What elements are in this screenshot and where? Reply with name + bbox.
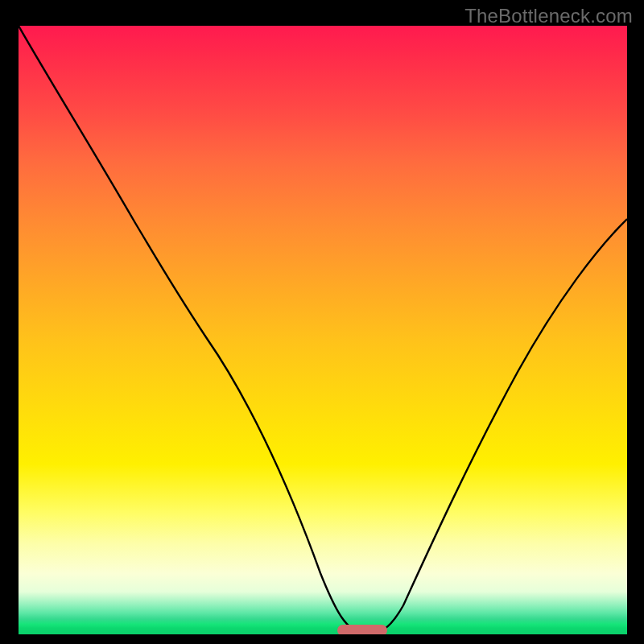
curve-path <box>19 26 627 633</box>
optimal-marker <box>337 625 387 634</box>
chart-frame: TheBottleneck.com <box>0 0 644 644</box>
bottleneck-curve <box>19 26 627 634</box>
watermark-text: TheBottleneck.com <box>464 5 633 27</box>
plot-area <box>19 26 627 634</box>
